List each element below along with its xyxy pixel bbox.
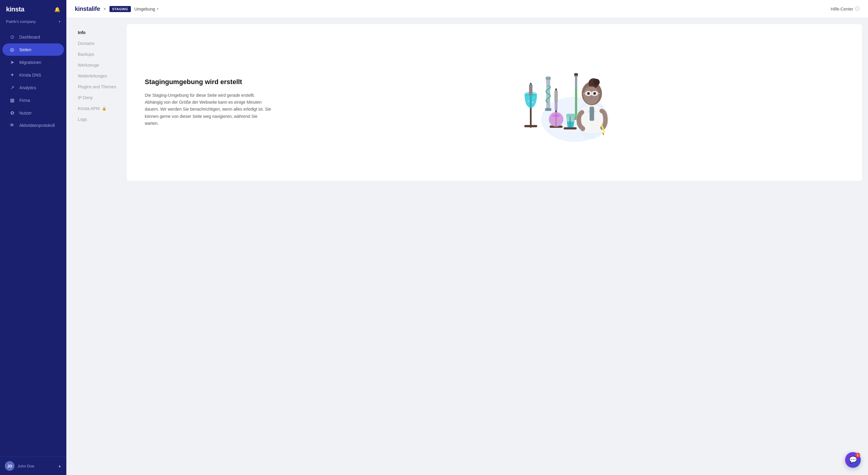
svg-rect-15 — [555, 103, 557, 110]
sidebar-item-migrationen[interactable]: ➤ Migrationen — [2, 56, 64, 68]
sub-nav-item-weiterleitungen[interactable]: Weiterleitungen — [72, 71, 127, 81]
sidebar-item-label: Kinsta DNS — [19, 73, 41, 77]
sidebar-item-firma[interactable]: ▦ Firma — [2, 94, 64, 106]
sub-nav-label: Weiterleitungen — [78, 73, 107, 78]
sidebar-item-nutzer[interactable]: ✿ Nutzer — [2, 107, 64, 119]
svg-rect-8 — [546, 76, 551, 80]
content-area: Info Domains Backups Werkzeuge Weiterlei… — [66, 18, 868, 475]
card-description: Die Staging-Umgebung für diese Seite wir… — [145, 92, 272, 127]
svg-rect-4 — [529, 84, 532, 95]
svg-marker-39 — [602, 133, 605, 136]
help-center-link[interactable]: Hilfe-Center ⓘ — [831, 6, 860, 12]
sidebar-item-kinsta-dns[interactable]: ✦ Kinsta DNS — [2, 69, 64, 81]
svg-point-6 — [532, 102, 534, 103]
sub-nav-item-plugins-themes[interactable]: Plugins and Themes — [72, 81, 127, 92]
main-area: kinstalife ▾ STAGING Umgebung ▾ Hilfe-Ce… — [66, 0, 868, 475]
topbar: kinstalife ▾ STAGING Umgebung ▾ Hilfe-Ce… — [66, 0, 868, 18]
sub-nav-item-backups[interactable]: Backups — [72, 49, 127, 60]
seiten-icon: ◎ — [9, 47, 15, 53]
sidebar-item-label: Dashboard — [19, 35, 40, 39]
card-illustration — [283, 60, 844, 145]
sub-nav-item-info[interactable]: Info — [72, 27, 127, 38]
svg-point-37 — [591, 96, 593, 98]
environment-label: Umgebung — [134, 7, 155, 11]
svg-rect-14 — [554, 91, 558, 103]
card-text: Stagingumgebung wird erstellt Die Stagin… — [145, 78, 272, 127]
environment-chevron-icon: ▾ — [157, 7, 159, 11]
sidebar-header: kinsta 🔔 — [0, 0, 66, 18]
chat-button[interactable]: 💬 1 — [845, 452, 861, 468]
migrationen-icon: ➤ — [9, 59, 15, 65]
staging-badge: STAGING — [110, 6, 131, 12]
chat-badge: 1 — [855, 453, 860, 457]
sub-nav-item-ip-deny[interactable]: IP Deny — [72, 92, 127, 103]
company-chevron-icon: ▾ — [59, 20, 60, 23]
sub-nav-label: Plugins and Themes — [78, 84, 116, 89]
sub-nav-item-kinsta-apm[interactable]: Kinsta APM 🔒 — [72, 103, 127, 114]
sub-nav-label: Logs — [78, 117, 87, 122]
kinsta-dns-icon: ✦ — [9, 72, 15, 78]
dashboard-icon: ⊙ — [9, 34, 15, 40]
firma-icon: ▦ — [9, 97, 15, 103]
analytics-icon: ↗ — [9, 85, 15, 91]
sub-nav-label: IP Deny — [78, 95, 93, 100]
sidebar-nav: ⊙ Dashboard ◎ Seiten ➤ Migrationen ✦ Kin… — [0, 28, 66, 456]
sub-nav-item-domains[interactable]: Domains — [72, 38, 127, 49]
sidebar-item-label: Firma — [19, 98, 30, 103]
avatar: JD — [5, 461, 14, 471]
sidebar-item-label: Aktivitätenprotokoll — [19, 123, 55, 128]
svg-point-29 — [583, 87, 599, 105]
svg-rect-9 — [545, 108, 551, 111]
sidebar-item-label: Seiten — [19, 47, 31, 52]
lab-illustration — [513, 60, 615, 145]
sidebar-item-dashboard[interactable]: ⊙ Dashboard — [2, 31, 64, 43]
svg-rect-22 — [564, 127, 577, 129]
svg-point-13 — [552, 114, 560, 117]
sidebar-item-label: Nutzer — [19, 111, 32, 115]
chat-icon: 💬 — [849, 456, 857, 464]
company-name: Patrik's company — [6, 19, 56, 24]
site-dropdown-icon[interactable]: ▾ — [104, 7, 106, 11]
expand-icon: ▲ — [58, 464, 62, 468]
help-center-label: Hilfe-Center — [831, 7, 853, 11]
svg-point-28 — [593, 79, 599, 86]
company-selector[interactable]: Patrik's company ▾ — [0, 18, 66, 28]
sidebar-item-label: Migrationen — [19, 60, 41, 65]
environment-selector[interactable]: Umgebung ▾ — [134, 7, 159, 11]
aktivitaetenprotokoll-icon: 👁 — [9, 123, 15, 128]
svg-point-5 — [527, 100, 530, 102]
bell-icon[interactable]: 🔔 — [54, 7, 60, 12]
svg-rect-20 — [574, 73, 578, 75]
sub-nav-item-werkzeuge[interactable]: Werkzeuge — [72, 60, 127, 71]
main-card: Stagingumgebung wird erstellt Die Stagin… — [127, 24, 862, 181]
sub-nav-label: Kinsta APM — [78, 106, 99, 111]
help-icon: ⓘ — [855, 6, 860, 12]
site-title: kinstalife — [75, 5, 100, 12]
svg-point-35 — [587, 92, 590, 95]
svg-point-12 — [549, 112, 564, 127]
kinsta-logo: kinsta — [6, 5, 25, 13]
sidebar-item-seiten[interactable]: ◎ Seiten — [2, 43, 64, 56]
svg-point-36 — [593, 92, 596, 95]
svg-rect-23 — [566, 114, 576, 116]
sidebar: kinsta 🔔 Patrik's company ▾ ⊙ Dashboard … — [0, 0, 66, 475]
sub-nav-item-logs[interactable]: Logs — [72, 114, 127, 125]
sub-nav-label: Werkzeuge — [78, 63, 99, 68]
sub-nav: Info Domains Backups Werkzeuge Weiterlei… — [72, 24, 127, 469]
sub-nav-label: Info — [78, 30, 86, 35]
svg-rect-2 — [524, 125, 537, 127]
sub-nav-label: Domains — [78, 41, 94, 46]
lock-icon: 🔒 — [102, 106, 106, 111]
svg-rect-32 — [591, 93, 592, 94]
sidebar-item-aktivitaetenprotokoll[interactable]: 👁 Aktivitätenprotokoll — [2, 120, 64, 131]
sub-nav-label: Backups — [78, 52, 94, 57]
card-title: Stagingumgebung wird erstellt — [145, 78, 272, 86]
sidebar-item-analytics[interactable]: ↗ Analytics — [2, 81, 64, 94]
svg-rect-25 — [590, 107, 594, 121]
sidebar-item-label: Analytics — [19, 85, 36, 90]
user-name: John Doe — [18, 464, 55, 468]
svg-point-40 — [581, 127, 585, 131]
user-profile[interactable]: JD John Doe ▲ — [0, 456, 66, 475]
nutzer-icon: ✿ — [9, 110, 15, 116]
